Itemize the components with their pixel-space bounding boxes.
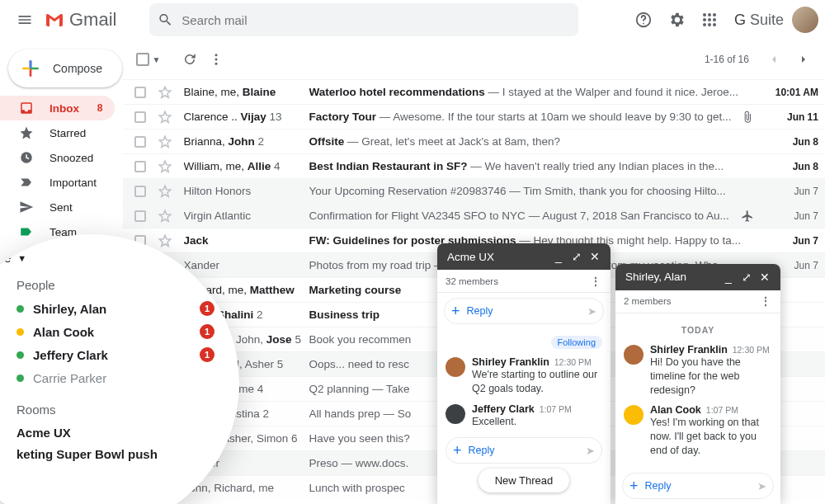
account-avatar[interactable] xyxy=(792,7,818,33)
presence-dot xyxy=(16,351,24,359)
row-date: Jun 7 xyxy=(761,235,818,247)
star-icon[interactable] xyxy=(158,184,172,199)
presence-dot xyxy=(16,328,24,336)
star-icon[interactable] xyxy=(158,159,172,174)
room-item[interactable]: Acme UX xyxy=(16,422,214,443)
search-input[interactable] xyxy=(182,13,570,27)
message-avatar xyxy=(624,405,644,425)
star-icon xyxy=(18,125,35,141)
chat-reply-input-2[interactable]: +Reply➤ xyxy=(446,437,602,464)
following-badge[interactable]: Following xyxy=(551,336,602,349)
message-time: 1:07 PM xyxy=(540,404,572,414)
next-page-button[interactable] xyxy=(790,46,817,73)
email-row[interactable]: Virgin AtlanticConfirmation for Flight V… xyxy=(123,203,825,228)
compose-plus-icon xyxy=(20,58,41,79)
people-header: People3 xyxy=(16,278,214,292)
chat-header[interactable]: Shirley, Alan _ ⤢ ✕ xyxy=(615,264,780,290)
message-time: 1:07 PM xyxy=(706,405,738,415)
help-button[interactable] xyxy=(627,3,660,36)
row-checkbox[interactable] xyxy=(134,186,146,197)
select-all-checkbox[interactable] xyxy=(136,53,149,66)
email-row[interactable]: Blaine, me, BlaineWaterloo hotel recomme… xyxy=(123,79,825,104)
minimize-icon[interactable]: _ xyxy=(719,271,738,284)
svg-point-3 xyxy=(713,13,716,16)
row-checkbox[interactable] xyxy=(134,136,146,148)
chat-message: Shirley Franklin12:30 PMHi! Do you have … xyxy=(624,340,772,401)
close-icon[interactable]: ✕ xyxy=(586,250,604,263)
message-author: Shirley Franklin xyxy=(650,344,728,356)
person-carrie-parker[interactable]: Carrie Parker xyxy=(16,366,214,389)
sidebar-item-inbox[interactable]: Inbox8 xyxy=(0,96,115,120)
minimize-icon[interactable]: _ xyxy=(549,250,568,263)
expand-icon[interactable]: ⤢ xyxy=(738,271,756,284)
send-icon[interactable]: ➤ xyxy=(587,305,596,318)
row-attachment-icon xyxy=(741,111,756,124)
email-row[interactable]: Hilton HonorsYour Upcoming Reservation #… xyxy=(123,178,825,203)
chat-subheader: 32 members⋮ xyxy=(437,270,610,293)
chat-header[interactable]: Acme UX _ ⤢ ✕ xyxy=(437,243,610,270)
unread-badge: 1 xyxy=(200,301,214,316)
new-thread-button[interactable]: New Thread xyxy=(478,469,569,492)
row-sender: Hilton Honors xyxy=(184,185,309,197)
row-date: Jun 7 xyxy=(761,186,818,197)
svg-point-2 xyxy=(708,13,711,16)
more-button[interactable] xyxy=(203,46,229,73)
sidebar-item-snoozed[interactable]: Snoozed xyxy=(0,145,115,170)
important-icon xyxy=(18,174,35,191)
unread-badge: 1 xyxy=(200,324,214,339)
chat-reply-input[interactable]: +Reply➤ xyxy=(622,473,774,499)
message-time: 12:30 PM xyxy=(733,345,770,355)
message-text: Excellent. xyxy=(472,415,572,429)
inbox-toolbar: ▼ 1-16 of 16 xyxy=(123,40,825,79)
star-icon[interactable] xyxy=(158,110,172,125)
person-shirley-alan[interactable]: Shirley, Alan1 xyxy=(16,297,214,320)
expand-icon[interactable]: ⤢ xyxy=(568,250,586,263)
search-bar[interactable] xyxy=(149,3,578,36)
person-jeffery-clark[interactable]: Jeffery Clark1 xyxy=(16,343,214,366)
row-date: Jun 8 xyxy=(761,136,818,148)
label-green-icon xyxy=(18,224,35,240)
select-dropdown[interactable]: ▼ xyxy=(153,55,161,64)
star-icon[interactable] xyxy=(158,233,172,248)
chat-panel-acme: Acme UX _ ⤢ ✕ 32 members⋮ +Reply➤ Follow… xyxy=(437,243,610,504)
apps-button[interactable] xyxy=(693,3,726,36)
row-sender: John, Richard, me xyxy=(184,482,309,494)
prev-page-button[interactable] xyxy=(761,46,787,73)
gmail-logo[interactable]: Gmail xyxy=(45,9,116,31)
main-menu-button[interactable] xyxy=(7,2,43,38)
svg-point-6 xyxy=(713,18,716,21)
star-icon[interactable] xyxy=(158,209,172,224)
room-item[interactable]: keting Super Bowl push xyxy=(16,443,214,464)
chat-more-icon[interactable]: ⋮ xyxy=(591,276,602,287)
svg-point-9 xyxy=(713,23,716,26)
chat-more-icon[interactable]: ⋮ xyxy=(761,295,772,307)
gsuite-label: G Suite xyxy=(734,12,784,29)
row-sender: Xander xyxy=(184,259,309,271)
star-icon[interactable] xyxy=(158,85,172,100)
send-icon[interactable]: ➤ xyxy=(757,480,766,492)
compose-button[interactable]: Compose xyxy=(8,49,122,87)
chat-reply-input[interactable]: +Reply➤ xyxy=(444,298,604,324)
email-row[interactable]: Brianna, John 2Offsite — Great, let's me… xyxy=(123,129,825,153)
row-content: Waterloo hotel recommendations — I staye… xyxy=(309,86,741,98)
page-count: 1-16 of 16 xyxy=(705,54,749,65)
rooms-header: Rooms xyxy=(16,403,214,417)
row-checkbox[interactable] xyxy=(134,161,146,172)
chat-today-divider: TODAY xyxy=(624,317,772,340)
settings-button[interactable] xyxy=(660,3,693,36)
row-checkbox[interactable] xyxy=(134,111,146,123)
email-row[interactable]: Clarence .. Vijay 13Factory Tour — Aweso… xyxy=(123,104,825,129)
sidebar-item-sent[interactable]: Sent xyxy=(0,195,115,219)
person-alan-cook[interactable]: Alan Cook1 xyxy=(16,320,214,343)
row-checkbox[interactable] xyxy=(134,210,146,222)
chat-subheader: 2 members⋮ xyxy=(615,290,780,313)
email-row[interactable]: William, me, Allie 4Best Indian Restaura… xyxy=(123,153,825,178)
close-icon[interactable]: ✕ xyxy=(756,271,774,284)
refresh-button[interactable] xyxy=(177,46,203,73)
sidebar-item-starred[interactable]: Starred xyxy=(0,120,115,145)
star-icon[interactable] xyxy=(158,134,172,149)
row-date: Jun 8 xyxy=(761,161,818,172)
sidebar-item-important[interactable]: Important xyxy=(0,170,115,195)
row-checkbox[interactable] xyxy=(134,87,146,98)
search-icon xyxy=(158,12,173,28)
